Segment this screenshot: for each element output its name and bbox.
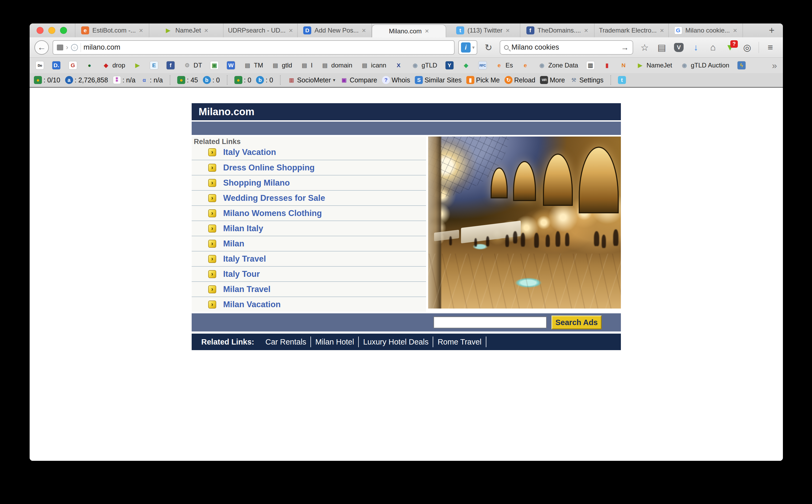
tab-close-icon[interactable]: × xyxy=(139,26,143,35)
menu-button[interactable]: ≡ xyxy=(763,40,778,55)
extension-info-button[interactable]: i ▾ xyxy=(458,40,477,55)
footer-link-luxury-hotel-deals[interactable]: Luxury Hotel Deals xyxy=(359,337,433,347)
close-window-button[interactable] xyxy=(37,27,43,34)
related-link-milan-italy[interactable]: ›Milan Italy xyxy=(191,221,426,236)
tab-milano-cookie[interactable]: GMilano cookie...× xyxy=(669,23,743,37)
tab-113-twitter[interactable]: t(113) Twitter× xyxy=(446,23,520,37)
search-input[interactable] xyxy=(511,43,618,51)
tab-trademark-electro[interactable]: Trademark Electro...× xyxy=(594,23,669,37)
bookmark-green-arrow-icon[interactable]: ▶ xyxy=(133,61,142,70)
tab-close-icon[interactable]: × xyxy=(584,26,588,35)
new-tab-button[interactable]: + xyxy=(761,23,783,37)
bookmark-w-doc-icon[interactable]: W xyxy=(227,61,235,70)
bookmark-domain[interactable]: ▤domain xyxy=(321,61,352,70)
tab-estibot-com[interactable]: eEstiBot.com -...× xyxy=(75,23,149,37)
related-link-shopping-milano[interactable]: ›Shopping Milano xyxy=(191,175,426,190)
bookmark-escrow-shield-icon[interactable]: E xyxy=(150,61,158,70)
seo-helper-button[interactable]: ▼? xyxy=(722,40,738,55)
tab-close-icon[interactable]: × xyxy=(362,26,366,35)
seo-item-2-726-858[interactable]: a: 2,726,858 xyxy=(65,76,108,84)
tab-close-icon[interactable]: × xyxy=(425,27,429,35)
tab-thedomains[interactable]: fTheDomains....× xyxy=(520,23,594,37)
bookmark-photo-icon[interactable]: ▣ xyxy=(210,61,219,70)
related-link-milano-womens-clothing[interactable]: ›Milano Womens Clothing xyxy=(191,205,426,221)
related-link-wedding-dresses-for-sale[interactable]: ›Wedding Dresses for Sale xyxy=(191,190,426,205)
bookmark-tm[interactable]: ▤TM xyxy=(243,61,263,70)
url-bar[interactable]: › ○ milano.com xyxy=(53,40,455,55)
seo-item-0[interactable]: ●: 0 xyxy=(235,76,252,84)
related-link-milan[interactable]: ›Milan xyxy=(191,236,426,251)
related-link-italy-vacation[interactable]: ›Italy Vacation xyxy=(191,145,426,160)
bookmark-namejet-n-icon[interactable]: N xyxy=(619,61,628,70)
ads-search-input[interactable] xyxy=(433,317,547,328)
seo-item-0[interactable]: b: 0 xyxy=(256,76,273,84)
tab-close-icon[interactable]: × xyxy=(204,26,208,35)
bookmark-es[interactable]: eEs xyxy=(495,61,513,70)
related-link-italy-travel[interactable]: ›Italy Travel xyxy=(191,251,426,266)
bookmark-facebook-icon[interactable]: f xyxy=(166,61,175,70)
bookmark-dt[interactable]: ⚙DT xyxy=(183,61,202,70)
url-text[interactable]: milano.com xyxy=(83,43,120,51)
bookmark-g-swirl-icon[interactable]: G xyxy=(69,61,77,70)
bookmark-x-logo-icon[interactable]: X xyxy=(394,61,403,70)
search-bar[interactable]: → xyxy=(500,40,633,55)
bookmark-gtld[interactable]: ◉gTLD xyxy=(411,61,437,70)
seo-item-twitter-icon[interactable]: t xyxy=(618,76,626,84)
bookmark-lightning-icon[interactable]: ϟ xyxy=(737,61,746,70)
pocket-button[interactable]: V xyxy=(671,40,687,55)
search-ads-button[interactable]: Search Ads xyxy=(551,315,601,329)
seo-item-more[interactable]: WRMore xyxy=(540,76,565,84)
tab-close-icon[interactable]: × xyxy=(289,26,293,35)
seo-item-compare[interactable]: ▣Compare xyxy=(340,76,377,84)
seo-item-n-a[interactable]: α: n/a xyxy=(140,76,163,84)
back-button[interactable]: ← xyxy=(34,40,49,55)
bookmarks-overflow-button[interactable]: » xyxy=(772,60,777,71)
tab-close-icon[interactable]: × xyxy=(505,26,509,35)
footer-link-milan-hotel[interactable]: Milan Hotel xyxy=(311,337,359,347)
reload-button[interactable]: ↻ xyxy=(481,40,496,55)
tab-close-icon[interactable]: × xyxy=(660,26,664,35)
go-arrow-icon[interactable]: → xyxy=(621,43,629,52)
seo-item-n-a[interactable]: ⁑: n/a xyxy=(113,76,135,84)
seo-item-pick-me[interactable]: ▮Pick Me xyxy=(466,76,500,84)
bookmark-i[interactable]: ▤I xyxy=(300,61,313,70)
bookmark-e-orange-icon[interactable]: e xyxy=(521,61,529,70)
footer-link-car-rentals[interactable]: Car Rentals xyxy=(261,337,311,347)
downloads-button[interactable]: ↓ xyxy=(688,40,704,55)
bookmark-gtld[interactable]: ▤gtld xyxy=(271,61,292,70)
seo-item-whois[interactable]: ?Whois xyxy=(382,76,410,84)
password-manager-button[interactable]: ◎ xyxy=(739,40,755,55)
bookmark-green-globe-icon[interactable]: ● xyxy=(85,61,94,70)
footer-link-rome-travel[interactable]: Rome Travel xyxy=(433,337,486,347)
related-link-milan-vacation[interactable]: ›Milan Vacation xyxy=(191,297,426,312)
site-identity-icon[interactable] xyxy=(57,45,63,50)
seo-item-sociometer[interactable]: ▥SocioMeter▾ xyxy=(288,76,335,84)
home-button[interactable]: ⌂ xyxy=(705,40,721,55)
bookmark-y-circle-icon[interactable]: Y xyxy=(445,61,454,70)
bookmark-drop[interactable]: ◆drop xyxy=(102,61,125,70)
minimize-window-button[interactable] xyxy=(48,27,55,34)
bookmark-do-icon[interactable]: Do xyxy=(35,61,44,70)
bookmark-chart-icon[interactable]: ▥ xyxy=(586,61,595,70)
bookmark-star-button[interactable]: ☆ xyxy=(637,40,653,55)
bookmark-rfc-icon[interactable]: RFC xyxy=(478,61,487,70)
tab-add-new-pos[interactable]: DAdd New Pos...× xyxy=(298,23,372,37)
related-link-italy-tour[interactable]: ›Italy Tour xyxy=(191,266,426,281)
related-link-milan-travel[interactable]: ›Milan Travel xyxy=(191,281,426,297)
tab-namejet[interactable]: ▶NameJet× xyxy=(149,23,224,37)
bookmark-namejet[interactable]: ▶NameJet xyxy=(636,61,672,70)
seo-item-similar-sites[interactable]: SSimilar Sites xyxy=(415,76,461,84)
zoom-window-button[interactable] xyxy=(60,27,67,34)
seo-item-45[interactable]: ●: 45 xyxy=(177,76,198,84)
seo-item-0-10[interactable]: ●: 0/10 xyxy=(34,76,60,84)
bookmark-zone-data[interactable]: ◉Zone Data xyxy=(537,61,578,70)
seo-item-settings[interactable]: ⚒Settings xyxy=(569,76,603,84)
tab-close-icon[interactable]: × xyxy=(733,26,737,35)
bookmark-red-card-icon[interactable]: ▮ xyxy=(603,61,611,70)
bookmark-delicious-icon[interactable]: D. xyxy=(52,61,61,70)
reading-list-button[interactable]: ▤ xyxy=(654,40,670,55)
bookmark-icann[interactable]: ▤icann xyxy=(360,61,386,70)
bookmark-gtld-auction[interactable]: ◉gTLD Auction xyxy=(680,61,729,70)
seo-item-0[interactable]: b: 0 xyxy=(203,76,220,84)
seo-item-reload[interactable]: ↻Reload xyxy=(504,76,535,84)
